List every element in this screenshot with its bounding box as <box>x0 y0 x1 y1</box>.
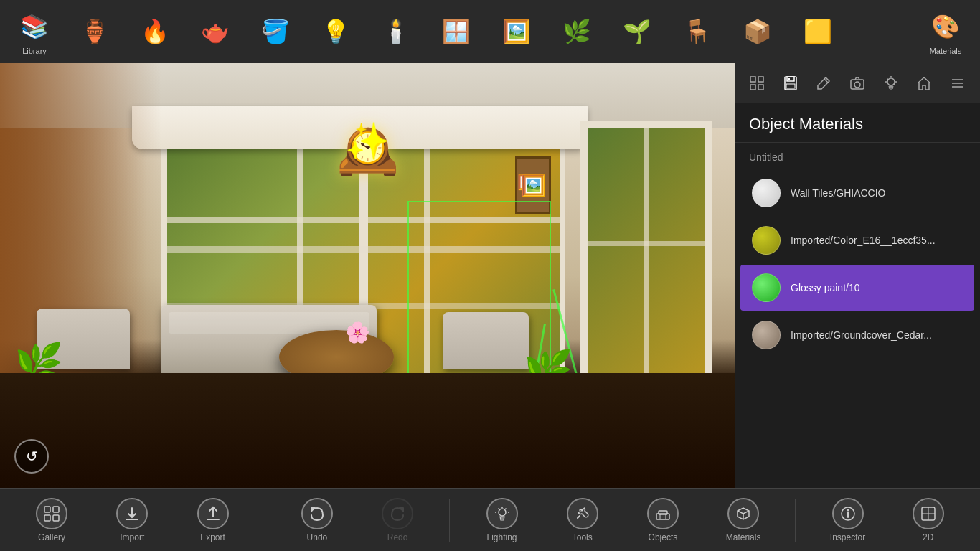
undo-label: Undo <box>307 532 328 542</box>
vase-icon: 🏺 <box>76 13 113 50</box>
nav-button[interactable]: ↺ <box>14 439 49 474</box>
toolbar-lamp2[interactable]: 🕯️ <box>367 3 425 60</box>
divider-1 <box>265 499 265 542</box>
teapot-icon: 🫖 <box>197 13 234 50</box>
bottom-materials-label: Materials <box>726 532 761 542</box>
bottom-tools[interactable]: Tools <box>554 491 611 549</box>
toolbar-pitcher[interactable]: 🪣 <box>247 3 304 60</box>
vase-decor: 🌸 <box>345 321 370 344</box>
bottom-undo[interactable]: Undo <box>288 491 346 549</box>
panel-title: Object Materials <box>735 103 980 143</box>
bottom-redo[interactable]: Redo <box>369 491 426 549</box>
mat-icon: 🟨 <box>799 13 837 50</box>
material-item-1[interactable]: Imported/Color_E16__1eccf35... <box>740 217 974 263</box>
panel-tool-light[interactable] <box>877 69 905 98</box>
svg-rect-23 <box>44 515 50 521</box>
redo-icon <box>382 498 413 529</box>
svg-rect-1 <box>758 77 763 82</box>
material-name-2: Glossy paint/10 <box>791 282 963 293</box>
undo-icon <box>301 498 333 529</box>
toolbar-picture[interactable]: 🖼️ <box>488 3 545 60</box>
bottom-inspector[interactable]: Inspector <box>819 491 877 549</box>
svg-rect-22 <box>53 507 59 512</box>
viewport[interactable]: 🕰️ ✨ 🖼️ 🌸 🌿 🌿 ↺ <box>0 63 735 488</box>
bottom-import[interactable]: Import <box>103 491 161 549</box>
gallery-icon <box>36 498 67 529</box>
materials-list: Wall Tiles/GHIACCIO Imported/Color_E16__… <box>735 169 980 488</box>
toolbar-fireplace[interactable]: 🔥 <box>126 3 184 60</box>
panel-tool-list[interactable] <box>943 69 972 98</box>
material-item-3[interactable]: Imported/Groundcover_Cedar... <box>740 312 974 358</box>
svg-rect-2 <box>750 85 755 90</box>
svg-rect-3 <box>758 85 763 90</box>
top-toolbar: 📚 Library 🏺 🔥 🫖 🪣 💡 🕯️ 🪟 🖼️ 🌿 🌱 🪑 📦 🟨 � <box>0 0 980 63</box>
armchair-right <box>443 312 529 369</box>
fireplace-icon: 🔥 <box>136 13 174 50</box>
svg-line-17 <box>894 84 895 85</box>
redo-label: Redo <box>387 532 408 542</box>
bottom-materials[interactable]: Materials <box>715 491 772 549</box>
toolbar-shelf[interactable]: 📦 <box>729 3 786 60</box>
divider-3 <box>795 499 796 542</box>
panel-tool-home[interactable] <box>910 69 938 98</box>
toolbar-materials[interactable]: 🎨 Materials <box>917 3 974 60</box>
panel-tool-camera[interactable] <box>843 69 872 98</box>
svg-rect-7 <box>788 78 790 80</box>
curtains-icon: 🪟 <box>438 13 475 50</box>
material-name-0: Wall Tiles/GHIACCIO <box>791 187 963 199</box>
svg-point-10 <box>854 82 860 88</box>
toolbar-plant2[interactable]: 🌱 <box>608 3 666 60</box>
panel-tool-save[interactable] <box>776 69 805 98</box>
material-name-1: Imported/Color_E16__1eccf35... <box>791 235 963 246</box>
chandelier-detail: ✨ <box>345 121 390 162</box>
svg-line-16 <box>887 78 888 80</box>
2d-label: 2D <box>923 532 933 542</box>
materials-icon: 🎨 <box>927 8 964 45</box>
bottom-export[interactable]: Export <box>184 491 242 549</box>
panel-tool-select[interactable] <box>743 69 771 98</box>
svg-rect-5 <box>787 77 794 81</box>
objects-icon <box>647 498 679 529</box>
gallery-label: Gallery <box>38 532 65 542</box>
bottom-gallery[interactable]: Gallery <box>23 491 80 549</box>
toolbar-plant1[interactable]: 🌿 <box>548 3 606 60</box>
export-label: Export <box>200 532 225 542</box>
material-item-2[interactable]: Glossy paint/10 <box>740 265 974 311</box>
svg-line-30 <box>498 508 499 509</box>
pitcher-icon: 🪣 <box>257 13 294 50</box>
library-label: Library <box>22 47 47 55</box>
toolbar-vase[interactable]: 🏺 <box>66 3 123 60</box>
materials-section-label: Untitled <box>735 143 980 169</box>
bottom-2d[interactable]: 2D <box>900 491 957 549</box>
divider-2 <box>449 499 450 542</box>
floor <box>0 373 735 488</box>
main-area: 🕰️ ✨ 🖼️ 🌸 🌿 🌿 ↺ <box>0 63 980 488</box>
viewport-nav: ↺ <box>14 439 49 474</box>
toolbar-teapot[interactable]: 🫖 <box>187 3 244 60</box>
toolbar-mat[interactable]: 🟨 <box>789 3 847 60</box>
toolbar-lamp1[interactable]: 💡 <box>307 3 364 60</box>
material-swatch-3 <box>752 321 781 349</box>
lamp2-icon: 🕯️ <box>377 13 415 50</box>
table-icon: 🪑 <box>679 13 716 50</box>
objects-label: Objects <box>649 532 678 542</box>
toolbar-library[interactable]: 📚 Library <box>6 3 63 60</box>
svg-rect-6 <box>786 84 795 88</box>
wall-painting: 🖼️ <box>515 156 551 214</box>
panel-tool-paint[interactable] <box>809 69 838 98</box>
materials-label: Materials <box>930 47 962 55</box>
material-item-0[interactable]: Wall Tiles/GHIACCIO <box>740 170 974 216</box>
library-icon: 📚 <box>16 8 53 45</box>
shelf-icon: 📦 <box>739 13 776 50</box>
bottom-objects[interactable]: Objects <box>634 491 692 549</box>
svg-point-39 <box>847 509 849 511</box>
bottom-toolbar: Gallery Import Export Undo <box>0 488 980 551</box>
toolbar-table[interactable]: 🪑 <box>669 3 726 60</box>
toolbar-curtains[interactable]: 🪟 <box>428 3 485 60</box>
2d-icon <box>913 498 944 529</box>
export-icon <box>197 498 229 529</box>
bottom-materials-icon <box>727 498 759 529</box>
svg-rect-0 <box>750 77 755 82</box>
bottom-lighting[interactable]: Lighting <box>473 491 531 549</box>
inspector-label: Inspector <box>830 532 865 542</box>
